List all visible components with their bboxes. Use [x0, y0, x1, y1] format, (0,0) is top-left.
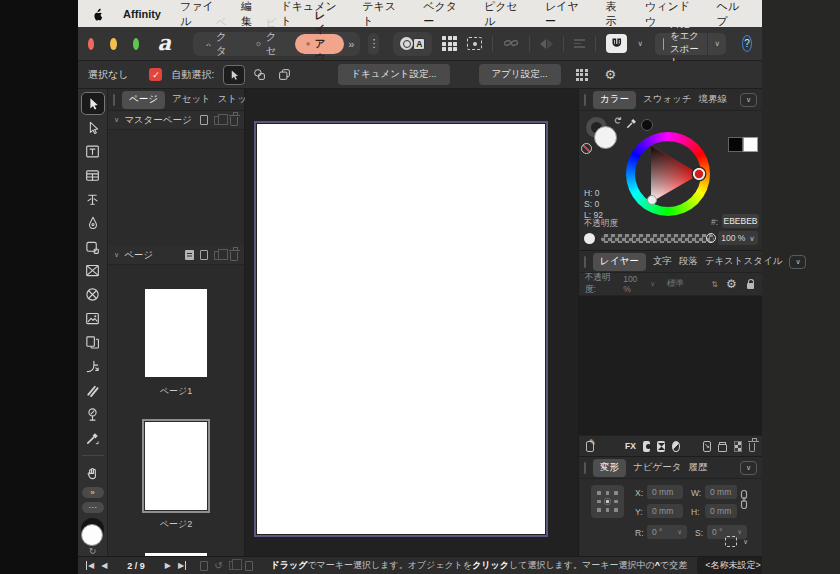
- select-copies-mode-button[interactable]: [273, 65, 295, 85]
- panel-grip[interactable]: [584, 256, 586, 268]
- link-dimensions-icon[interactable]: [739, 489, 749, 513]
- persona-pixel[interactable]: ピクセル: [245, 34, 295, 54]
- persona-overflow-chevron[interactable]: »: [344, 38, 358, 50]
- blend-mode-select[interactable]: 標準 ⇅: [664, 277, 721, 292]
- pages-tool[interactable]: [81, 331, 105, 354]
- vector-brush-tool[interactable]: [81, 379, 105, 402]
- snapping-chevron[interactable]: ∨: [637, 39, 643, 48]
- canvas[interactable]: [245, 89, 578, 556]
- document-settings-button[interactable]: ドキュメント設定...: [338, 64, 449, 85]
- menu-pixel[interactable]: ピクセル: [484, 0, 526, 29]
- layers-panel-menu-button[interactable]: ∨: [789, 255, 806, 269]
- color-eyedropper-icon[interactable]: [625, 117, 638, 132]
- tab-pages[interactable]: ページ: [122, 91, 165, 109]
- gear-icon[interactable]: ⚙: [605, 67, 617, 82]
- x-field[interactable]: 0 mm: [647, 485, 683, 499]
- anchor-point-selector[interactable]: [591, 485, 624, 518]
- layer-opacity-chevron[interactable]: ∨: [650, 280, 655, 288]
- opacity-slider[interactable]: [601, 234, 714, 243]
- delete-layer-icon[interactable]: [749, 443, 755, 452]
- artistic-text-tool[interactable]: [81, 188, 105, 211]
- tab-navigator[interactable]: ナビゲータ: [633, 461, 681, 474]
- add-page-icon[interactable]: [200, 250, 208, 260]
- last-page-button[interactable]: ▶: [178, 561, 186, 570]
- menu-vector[interactable]: ベクター: [423, 0, 465, 29]
- live-filter-icon[interactable]: [672, 441, 680, 452]
- rail-more-button[interactable]: ⋯: [82, 502, 104, 513]
- group-layers-icon[interactable]: [718, 444, 727, 452]
- pages-header[interactable]: ∨ ページ: [108, 246, 244, 265]
- snapping-icon[interactable]: [606, 34, 627, 53]
- swap-colors-icon[interactable]: ↻: [89, 546, 97, 556]
- apple-menu-icon[interactable]: [92, 7, 104, 21]
- shape-tool[interactable]: [81, 235, 105, 258]
- white-swatch[interactable]: [743, 137, 758, 152]
- document-page[interactable]: [257, 124, 545, 534]
- pages-collapse-icon[interactable]: ∨: [114, 251, 119, 259]
- w-field[interactable]: 0 mm: [705, 485, 737, 499]
- opacity-min-knob[interactable]: [584, 233, 595, 244]
- panel-grip[interactable]: [113, 94, 115, 106]
- picture-frame-rectangle-tool[interactable]: [81, 259, 105, 282]
- tab-history[interactable]: 履歴: [688, 461, 707, 474]
- window-close-button[interactable]: [88, 38, 94, 50]
- preview-toggle-group[interactable]: A: [393, 32, 432, 56]
- preview-bounds-icon[interactable]: [467, 37, 482, 50]
- grid-view-icon[interactable]: [442, 36, 457, 51]
- color-wheel[interactable]: [626, 132, 710, 216]
- tab-character[interactable]: 文字: [653, 255, 672, 268]
- apply-master-icon[interactable]: [185, 250, 194, 260]
- first-page-button[interactable]: ◀: [86, 561, 94, 570]
- previous-page-button[interactable]: ◀: [101, 561, 107, 570]
- master-collapse-icon[interactable]: ∨: [114, 116, 119, 124]
- tab-assets[interactable]: アセット: [172, 93, 211, 106]
- persona-layout-active[interactable]: レイアウト: [295, 34, 345, 54]
- menu-text[interactable]: テキスト: [362, 0, 404, 29]
- page-2-thumbnail[interactable]: [145, 422, 207, 510]
- rotation-field[interactable]: 0 °∨: [647, 525, 687, 539]
- bounding-box-mode-icon[interactable]: [725, 536, 737, 547]
- corner-tool[interactable]: [81, 355, 105, 378]
- hue-handle[interactable]: [694, 169, 704, 179]
- panel-grip[interactable]: [584, 94, 586, 106]
- menu-edit[interactable]: 編集: [241, 0, 261, 29]
- place-image-tool[interactable]: [81, 307, 105, 330]
- color-picker-tool[interactable]: [81, 427, 105, 450]
- export-button[interactable]: PNGをエクスポート ∨: [655, 33, 726, 55]
- y-field[interactable]: 0 mm: [647, 504, 683, 518]
- persona-vector[interactable]: ベクター: [195, 34, 245, 54]
- master-pages-header[interactable]: ∨ マスターページ: [108, 111, 244, 130]
- next-page-button[interactable]: ▶: [165, 561, 171, 570]
- color-panel-menu-button[interactable]: ∨: [740, 93, 757, 107]
- window-minimize-button[interactable]: [110, 38, 116, 50]
- picture-frame-ellipse-tool[interactable]: [81, 283, 105, 306]
- transform-panel-menu-button[interactable]: ∨: [740, 461, 757, 475]
- move-tool[interactable]: [81, 92, 105, 115]
- lock-icon[interactable]: [747, 283, 754, 289]
- add-master-icon[interactable]: [200, 115, 208, 125]
- black-swatch[interactable]: [728, 137, 743, 152]
- no-color-icon[interactable]: [581, 143, 592, 154]
- export-dropdown[interactable]: ∨: [707, 33, 726, 55]
- select-shapes-mode-button[interactable]: [248, 65, 270, 85]
- menu-document[interactable]: ドキュメント: [280, 0, 343, 29]
- menu-app-name[interactable]: Affinity: [123, 8, 161, 20]
- bounding-box-chevron[interactable]: ∨: [743, 538, 748, 546]
- hex-value-field[interactable]: EBEBEB: [722, 214, 759, 228]
- layer-effects-icon[interactable]: FX: [625, 441, 636, 451]
- page-1-thumbnail[interactable]: [145, 289, 207, 377]
- frame-text-tool[interactable]: [81, 140, 105, 163]
- picked-color-swatch[interactable]: [641, 119, 653, 131]
- pen-tool[interactable]: [81, 212, 105, 235]
- fill-color-well[interactable]: [594, 126, 617, 149]
- app-settings-button[interactable]: アプリ設定...: [479, 64, 561, 85]
- tab-stroke[interactable]: 境界線: [699, 93, 728, 106]
- h-field[interactable]: 0 mm: [705, 504, 737, 518]
- panel-grip[interactable]: [584, 462, 586, 474]
- pattern-layer-icon[interactable]: [734, 441, 742, 452]
- help-button[interactable]: ?: [742, 35, 752, 52]
- tab-text-styles[interactable]: テキストスタイル: [705, 255, 783, 268]
- margins-grid-icon[interactable]: [576, 69, 588, 81]
- node-tool[interactable]: [81, 116, 105, 139]
- tab-color[interactable]: カラー: [593, 91, 636, 109]
